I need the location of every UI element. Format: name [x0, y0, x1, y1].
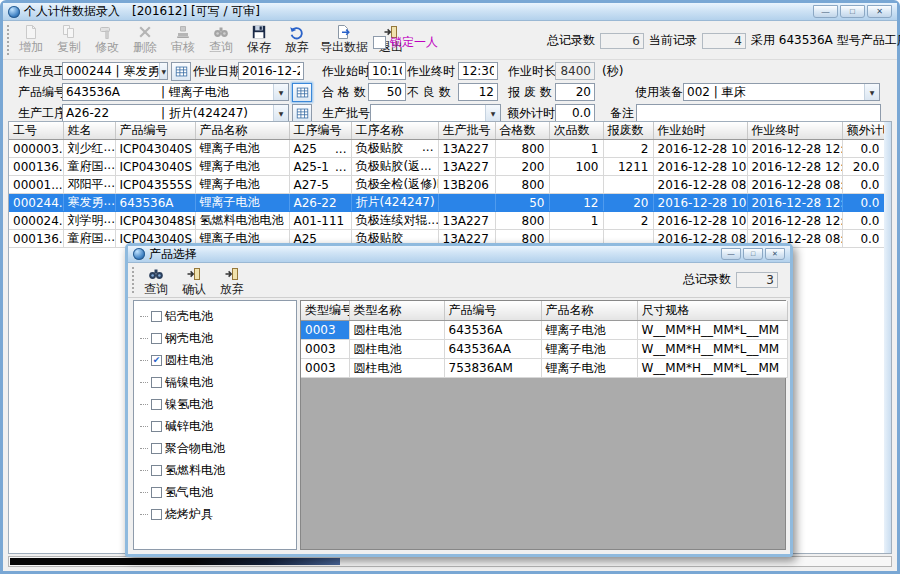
maximize-button[interactable]: □ [743, 248, 763, 260]
checkbox-icon[interactable] [151, 465, 162, 476]
column-header[interactable]: 次品数 [549, 122, 603, 140]
horizontal-scrollbar[interactable] [8, 556, 892, 567]
checkbox-icon[interactable] [151, 377, 162, 388]
table-cell[interactable]: 2 [603, 140, 653, 158]
table-cell[interactable]: 邓阳平... [63, 176, 115, 194]
table-cell[interactable]: 000136... [9, 158, 63, 176]
dialog-toolbar-button-search[interactable]: 查询 [137, 264, 175, 298]
minimize-button[interactable]: — [813, 5, 838, 18]
column-header[interactable]: 工序编号 [289, 122, 351, 140]
table-cell[interactable]: A26-22 [289, 194, 351, 212]
toolbar-button-undo[interactable]: 放弃 [278, 22, 316, 56]
table-cell[interactable]: ICP043048SH [115, 212, 195, 230]
table-cell[interactable]: 锂离子电池 [541, 321, 637, 340]
table-cell[interactable]: A25-1... [289, 158, 351, 176]
process-combo[interactable]: A26-22 | 折片(424247) ▼ [62, 104, 289, 122]
total-records-field[interactable] [736, 272, 778, 288]
extra-time-field[interactable] [555, 104, 595, 122]
chevron-down-icon[interactable]: ▼ [864, 84, 879, 100]
table-cell[interactable]: 0.0 [842, 140, 884, 158]
column-header[interactable]: 产品编号 [115, 122, 195, 140]
table-cell[interactable]: 2016-12-28 10:10 [653, 140, 747, 158]
table-cell[interactable]: A01-111 [289, 212, 351, 230]
table-row[interactable]: 0003圆柱电池753836AM锂离子电池W__MM*H__MM*L__MM [301, 359, 787, 378]
table-cell[interactable]: 圆柱电池 [349, 359, 444, 378]
checkbox-icon[interactable] [151, 443, 162, 454]
column-header[interactable]: 产品编号 [444, 301, 541, 321]
table-cell[interactable]: 2016-12-28 12:30 [747, 140, 842, 158]
table-cell[interactable]: 2016-12-28 12:30 [747, 212, 842, 230]
table-row[interactable]: 000003...刘少红...ICP043040S锂离子电池A25...负极贴胶… [9, 140, 884, 158]
table-cell[interactable]: 13A227 [438, 212, 495, 230]
table-cell[interactable]: 刘学明... [63, 212, 115, 230]
product-combo[interactable]: 643536A | 锂离子电池 ▼ [62, 83, 289, 101]
table-cell[interactable]: 负极全检(返修)D [351, 176, 438, 194]
maximize-button[interactable]: □ [840, 5, 865, 18]
start-time-field[interactable] [368, 62, 406, 80]
table-cell[interactable]: 2 [603, 212, 653, 230]
table-cell[interactable]: 童府国... [63, 230, 115, 248]
total-records-field[interactable] [600, 33, 644, 49]
table-cell[interactable]: 锂离子电池 [195, 176, 289, 194]
column-header[interactable]: 类型名称 [349, 301, 444, 321]
table-cell[interactable]: W__MM*H__MM*L__MM [637, 359, 787, 378]
tree-item-unchecked[interactable]: 氢燃料电池 [140, 459, 296, 481]
table-cell[interactable]: 刘少红... [63, 140, 115, 158]
tree-item-unchecked[interactable]: 钢壳电池 [140, 327, 296, 349]
column-header[interactable]: 工号 [9, 122, 63, 140]
table-cell[interactable] [438, 194, 495, 212]
scrollbar-thumb[interactable] [10, 558, 340, 565]
table-cell[interactable]: 0003 [301, 340, 349, 359]
table-cell[interactable]: 负极贴胶(返... [351, 158, 438, 176]
table-row[interactable]: 000244...寒发勇...643536A锂离子电池A26-22折片(4242… [9, 194, 884, 212]
worker-combo[interactable]: 000244 | 寒发勇 ▼ [62, 62, 168, 80]
tree-item-unchecked[interactable]: 碱锌电池 [140, 415, 296, 437]
column-header[interactable]: 尺寸规格 [637, 301, 787, 321]
table-cell[interactable]: 1 [549, 212, 603, 230]
table-cell[interactable]: 20 [603, 194, 653, 212]
dialog-toolbar-button-confirm-door[interactable]: 确认 [175, 264, 213, 298]
checkbox-icon[interactable] [151, 487, 162, 498]
chevron-down-icon[interactable]: ▼ [159, 63, 167, 79]
table-cell[interactable]: 2016-12-28 08:00 [653, 176, 747, 194]
table-cell[interactable]: A27-5 [289, 176, 351, 194]
scrap-field[interactable] [555, 83, 595, 101]
table-row[interactable]: 0003圆柱电池643536AA锂离子电池W__MM*H__MM*L__MM [301, 340, 787, 359]
table-cell[interactable]: 0003 [301, 359, 349, 378]
table-cell[interactable]: 800 [495, 176, 549, 194]
table-cell[interactable]: 000024... [9, 212, 63, 230]
table-cell[interactable]: 000003... [9, 140, 63, 158]
tree-item-unchecked[interactable]: 镉镍电池 [140, 371, 296, 393]
minimize-button[interactable]: — [721, 248, 741, 260]
table-cell[interactable]: 13B206 [438, 176, 495, 194]
checkbox-icon[interactable]: ✔ [151, 355, 162, 366]
table-cell[interactable]: 0.0 [842, 176, 884, 194]
table-cell[interactable]: 2016-12-28 12:30 [747, 194, 842, 212]
table-cell[interactable]: 50 [495, 194, 549, 212]
checkbox-icon[interactable] [151, 333, 162, 344]
table-cell[interactable]: 2016-12-28 12:30 [747, 158, 842, 176]
table-cell[interactable]: 200 [495, 158, 549, 176]
table-cell[interactable]: 13A227 [438, 140, 495, 158]
table-cell[interactable]: 20.0 [842, 158, 884, 176]
table-cell[interactable]: 1 [549, 140, 603, 158]
tree-item-unchecked[interactable]: 烧烤炉具 [140, 503, 296, 525]
tree-item-unchecked[interactable]: 镍氢电池 [140, 393, 296, 415]
column-header[interactable]: 类型编号 [301, 301, 349, 321]
table-cell[interactable]: 000244... [9, 194, 63, 212]
table-cell[interactable]: 753836AM [444, 359, 541, 378]
date-field[interactable] [238, 62, 304, 80]
chevron-down-icon[interactable]: ▼ [273, 84, 288, 100]
dialog-toolbar-button-exit-door[interactable]: 放弃 [213, 264, 251, 298]
current-record-field[interactable] [702, 33, 746, 49]
equipment-combo[interactable]: 002 | 車床 ▼ [683, 83, 880, 101]
table-cell[interactable]: 负极连续对辊... [351, 212, 438, 230]
remark-field[interactable] [636, 104, 881, 122]
table-cell[interactable]: 锂离子电池 [541, 359, 637, 378]
table-cell[interactable]: 锂离子电池 [195, 140, 289, 158]
close-button[interactable]: ✕ [867, 5, 892, 18]
table-row[interactable]: 0003圆柱电池643536A锂离子电池W__MM*H__MM*L__MM [301, 321, 787, 340]
table-cell[interactable]: 800 [495, 212, 549, 230]
table-cell[interactable]: A25... [289, 140, 351, 158]
table-cell[interactable]: 12 [549, 194, 603, 212]
